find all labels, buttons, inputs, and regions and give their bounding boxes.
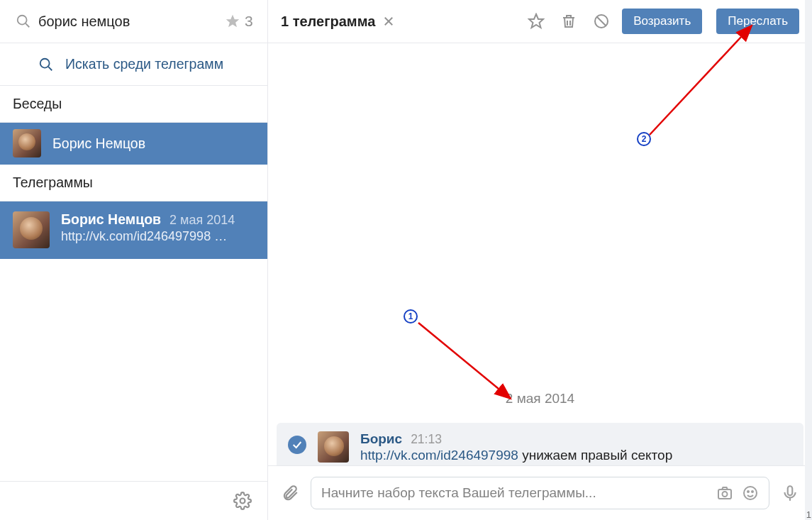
mic-icon[interactable]	[781, 484, 799, 502]
sidebar: 3 Искать среди телеграмм Беседы Борис Не…	[0, 0, 268, 520]
scrollbar-label: 1	[806, 509, 811, 520]
svg-point-18	[747, 491, 749, 492]
search-among-telegrams-label: Искать среди телеграмм	[65, 56, 223, 72]
svg-point-7	[240, 499, 245, 504]
reply-button[interactable]: Возразить	[622, 9, 702, 34]
compose-bar	[268, 465, 812, 520]
message-time: 21:13	[411, 432, 442, 447]
telegram-name: Борис Немцов	[61, 211, 161, 228]
selection-title: 1 телеграмма	[281, 13, 395, 30]
selection-title-text: 1 телеграмма	[281, 13, 375, 30]
gear-icon[interactable]	[233, 492, 252, 510]
avatar	[13, 211, 50, 248]
svg-point-16	[723, 492, 728, 497]
svg-marker-2	[226, 15, 239, 27]
main-panel: 1 телеграмма Возразить Переслать 2 мая 2…	[268, 0, 812, 520]
svg-marker-10	[529, 14, 543, 28]
starred-count[interactable]: 3	[225, 13, 253, 30]
message-sender[interactable]: Борис	[360, 431, 402, 447]
svg-rect-15	[718, 489, 731, 499]
svg-point-5	[40, 58, 50, 67]
section-telegrams-header: Телеграммы	[0, 165, 267, 201]
scrollbar-track[interactable]: 1	[805, 0, 812, 520]
thread[interactable]: 2 мая 2014 Борис 21:13 http://vk.com/id2…	[268, 43, 812, 465]
attach-icon[interactable]	[281, 484, 299, 502]
conversation-item[interactable]: Борис Немцов	[0, 123, 267, 165]
search-among-telegrams[interactable]: Искать среди телеграмм	[0, 43, 267, 86]
search-input[interactable]	[38, 13, 218, 30]
svg-point-17	[744, 487, 757, 499]
close-icon[interactable]	[382, 15, 395, 28]
message-text-tail: унижаем правый сектор	[518, 448, 672, 463]
search-row: 3	[0, 0, 267, 43]
message-link[interactable]: http://vk.com/id246497998	[360, 448, 518, 463]
message-body: Борис 21:13 http://vk.com/id246497998 ун…	[360, 431, 792, 463]
avatar	[13, 129, 41, 157]
compose-input-wrap[interactable]	[311, 477, 769, 509]
compose-input[interactable]	[321, 485, 708, 501]
app-root: 3 Искать среди телеграмм Беседы Борис Не…	[0, 0, 812, 520]
trash-icon[interactable]	[557, 9, 581, 33]
message-selected-check-icon[interactable]	[288, 436, 306, 454]
message-item[interactable]: Борис 21:13 http://vk.com/id246497998 ун…	[277, 423, 803, 465]
topbar: 1 телеграмма Возразить Переслать	[268, 0, 812, 43]
svg-point-0	[18, 16, 27, 25]
telegram-item[interactable]: Борис Немцов 2 мая 2014 http://vk.com/id…	[0, 201, 267, 259]
star-icon[interactable]	[524, 9, 548, 33]
search-icon	[16, 13, 31, 29]
svg-line-1	[26, 23, 29, 27]
camera-icon[interactable]	[716, 485, 733, 502]
svg-line-6	[48, 67, 52, 70]
block-icon[interactable]	[589, 9, 613, 33]
conversation-name: Борис Немцов	[52, 135, 145, 152]
telegram-meta: Борис Немцов 2 мая 2014 http://vk.com/id…	[61, 211, 255, 248]
section-conversations-header: Беседы	[0, 86, 267, 123]
telegram-date: 2 мая 2014	[169, 213, 235, 228]
emoji-icon[interactable]	[742, 485, 759, 502]
sidebar-footer	[0, 481, 267, 520]
svg-line-14	[597, 17, 606, 26]
svg-rect-20	[788, 486, 793, 495]
svg-point-19	[752, 491, 753, 492]
message-text: http://vk.com/id246497998 унижаем правый…	[360, 448, 792, 463]
avatar[interactable]	[318, 431, 349, 463]
forward-button[interactable]: Переслать	[716, 9, 799, 34]
starred-count-label: 3	[245, 13, 253, 30]
date-divider: 2 мая 2014	[268, 391, 812, 406]
telegram-preview: http://vk.com/id246497998 …	[61, 229, 255, 244]
